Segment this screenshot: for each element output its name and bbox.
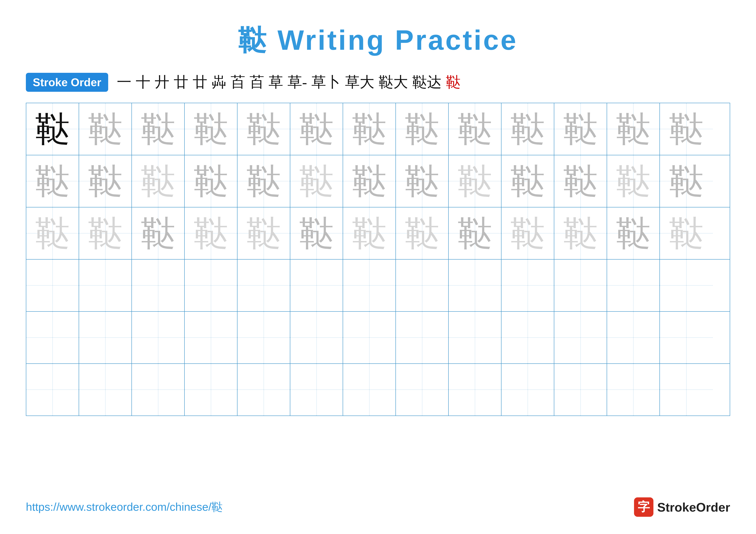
- grid-cell[interactable]: [132, 364, 185, 416]
- grid-cell[interactable]: 鞑: [501, 155, 554, 207]
- grid-cell[interactable]: [132, 260, 185, 311]
- stroke-8: 苩: [250, 72, 264, 92]
- grid-cell[interactable]: 鞑: [237, 207, 290, 259]
- grid-cell[interactable]: 鞑: [607, 103, 660, 155]
- grid-cell[interactable]: 鞑: [79, 155, 132, 207]
- grid-cell[interactable]: [554, 364, 607, 416]
- grid-cell[interactable]: [237, 364, 290, 416]
- grid-cell[interactable]: 鞑: [26, 155, 79, 207]
- grid-cell[interactable]: [79, 260, 132, 311]
- grid-cell[interactable]: 鞑: [554, 103, 607, 155]
- grid-cell[interactable]: 鞑: [501, 103, 554, 155]
- grid-cell[interactable]: [237, 260, 290, 311]
- grid-cell[interactable]: [449, 260, 501, 311]
- grid-cell[interactable]: [607, 312, 660, 363]
- grid-cell[interactable]: [501, 364, 554, 416]
- grid-cell[interactable]: [396, 260, 449, 311]
- grid-cell[interactable]: [554, 260, 607, 311]
- grid-cell[interactable]: [660, 364, 713, 416]
- grid-cell[interactable]: 鞑: [26, 207, 79, 259]
- stroke-6: 芔: [212, 72, 226, 92]
- grid-cell[interactable]: 鞑: [554, 155, 607, 207]
- grid-cell[interactable]: 鞑: [554, 207, 607, 259]
- grid-cell[interactable]: 鞑: [237, 155, 290, 207]
- grid-cell[interactable]: [343, 260, 396, 311]
- grid-cell[interactable]: 鞑: [185, 155, 237, 207]
- practice-char: 鞑: [669, 216, 704, 250]
- grid-cell[interactable]: [290, 364, 343, 416]
- grid-cell[interactable]: 鞑: [26, 103, 79, 155]
- grid-cell[interactable]: 鞑: [396, 155, 449, 207]
- grid-cell[interactable]: [79, 364, 132, 416]
- practice-char: 鞑: [405, 112, 440, 146]
- grid-cell[interactable]: 鞑: [607, 207, 660, 259]
- grid-cell[interactable]: [132, 312, 185, 363]
- grid-cell[interactable]: [449, 364, 501, 416]
- stroke-15: 鞑: [446, 72, 461, 92]
- footer: https://www.strokeorder.com/chinese/鞑 字 …: [26, 497, 730, 517]
- stroke-14: 鞑达: [412, 72, 442, 92]
- grid-cell[interactable]: 鞑: [290, 207, 343, 259]
- grid-cell[interactable]: [26, 260, 79, 311]
- grid-cell[interactable]: [660, 312, 713, 363]
- grid-cell[interactable]: 鞑: [396, 103, 449, 155]
- grid-cell[interactable]: 鞑: [79, 207, 132, 259]
- grid-row-5: [26, 312, 730, 364]
- grid-cell[interactable]: [290, 260, 343, 311]
- grid-cell[interactable]: 鞑: [132, 207, 185, 259]
- grid-cell[interactable]: 鞑: [343, 155, 396, 207]
- grid-cell[interactable]: 鞑: [607, 155, 660, 207]
- grid-cell[interactable]: 鞑: [449, 155, 501, 207]
- grid-cell[interactable]: [396, 364, 449, 416]
- practice-char: 鞑: [247, 112, 281, 146]
- grid-cell[interactable]: 鞑: [343, 103, 396, 155]
- practice-char: 鞑: [352, 216, 387, 250]
- grid-cell[interactable]: 鞑: [660, 103, 713, 155]
- grid-cell[interactable]: [396, 312, 449, 363]
- grid-cell[interactable]: 鞑: [343, 207, 396, 259]
- grid-cell[interactable]: [607, 364, 660, 416]
- footer-url[interactable]: https://www.strokeorder.com/chinese/鞑: [26, 499, 223, 515]
- grid-cell[interactable]: 鞑: [290, 103, 343, 155]
- practice-char: 鞑: [247, 164, 281, 198]
- grid-cell[interactable]: [343, 312, 396, 363]
- grid-cell[interactable]: [290, 312, 343, 363]
- practice-char: 鞑: [616, 216, 651, 250]
- grid-cell[interactable]: 鞑: [396, 207, 449, 259]
- grid-cell[interactable]: [554, 312, 607, 363]
- grid-cell[interactable]: 鞑: [237, 103, 290, 155]
- practice-char: 鞑: [194, 164, 228, 198]
- grid-cell[interactable]: 鞑: [660, 207, 713, 259]
- grid-cell[interactable]: 鞑: [185, 103, 237, 155]
- grid-cell[interactable]: [26, 364, 79, 416]
- grid-cell[interactable]: 鞑: [132, 155, 185, 207]
- grid-cell[interactable]: [501, 260, 554, 311]
- grid-cell[interactable]: [501, 312, 554, 363]
- grid-cell[interactable]: 鞑: [660, 155, 713, 207]
- grid-cell[interactable]: [343, 364, 396, 416]
- grid-row-2: 鞑 鞑 鞑 鞑 鞑 鞑 鞑 鞑 鞑: [26, 155, 730, 207]
- practice-char: 鞑: [35, 216, 70, 250]
- grid-cell[interactable]: 鞑: [501, 207, 554, 259]
- grid-cell[interactable]: [660, 260, 713, 311]
- grid-cell[interactable]: [185, 260, 237, 311]
- grid-cell[interactable]: 鞑: [185, 207, 237, 259]
- grid-cell[interactable]: [79, 312, 132, 363]
- grid-row-6: [26, 364, 730, 416]
- practice-char: 鞑: [299, 216, 334, 250]
- grid-cell[interactable]: 鞑: [132, 103, 185, 155]
- grid-cell[interactable]: [449, 312, 501, 363]
- practice-char: 鞑: [299, 164, 334, 198]
- grid-cell[interactable]: 鞑: [449, 103, 501, 155]
- strokeorder-logo-text: StrokeOrder: [657, 500, 730, 514]
- grid-cell[interactable]: [26, 312, 79, 363]
- practice-grid: 鞑 鞑 鞑 鞑 鞑 鞑 鞑 鞑 鞑: [26, 103, 730, 416]
- grid-cell[interactable]: 鞑: [79, 103, 132, 155]
- grid-cell[interactable]: 鞑: [449, 207, 501, 259]
- practice-char: 鞑: [352, 164, 387, 198]
- grid-cell[interactable]: [237, 312, 290, 363]
- grid-cell[interactable]: [185, 312, 237, 363]
- grid-cell[interactable]: [185, 364, 237, 416]
- grid-cell[interactable]: 鞑: [290, 155, 343, 207]
- grid-cell[interactable]: [607, 260, 660, 311]
